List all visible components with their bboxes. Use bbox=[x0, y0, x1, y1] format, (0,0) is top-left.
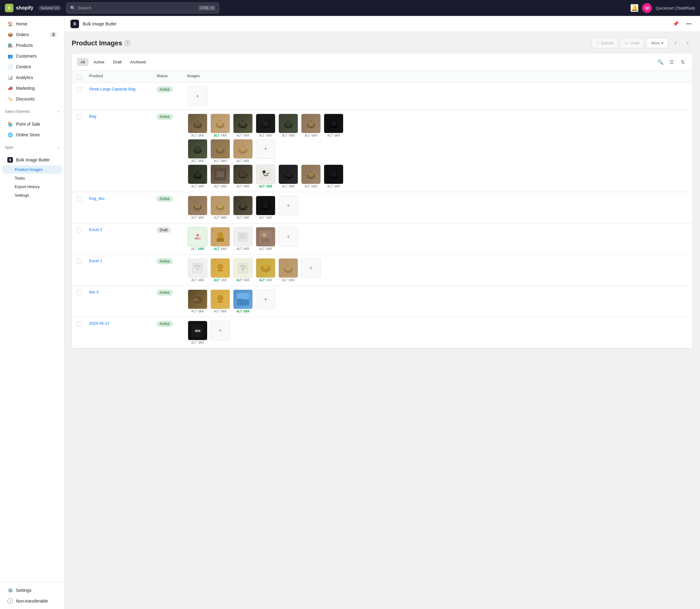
img-box[interactable] bbox=[210, 290, 230, 309]
row-checkbox-bag[interactable] bbox=[77, 114, 82, 119]
sidebar-item-orders[interactable]: 📦 Orders 2 bbox=[2, 30, 62, 40]
img-box[interactable]: – bbox=[233, 196, 253, 215]
img-box[interactable] bbox=[210, 258, 230, 278]
img-box[interactable] bbox=[188, 114, 207, 133]
product-link-excel2[interactable]: Excel 2 bbox=[89, 227, 102, 232]
tab-draft[interactable]: Draft bbox=[109, 58, 125, 66]
tab-active[interactable]: Active bbox=[90, 58, 108, 66]
tab-all[interactable]: All bbox=[77, 58, 89, 66]
shopify-logo[interactable]: S shopify bbox=[5, 4, 33, 12]
undo-button[interactable]: ↩ Undo bbox=[620, 38, 644, 48]
sidebar-item-marketing[interactable]: 📣 Marketing bbox=[2, 83, 62, 93]
img-box[interactable] bbox=[256, 227, 275, 247]
search-bar[interactable]: 🔍 CTRL K bbox=[66, 2, 219, 14]
img-box[interactable] bbox=[324, 164, 344, 184]
img-box[interactable] bbox=[301, 164, 321, 184]
img-box[interactable] bbox=[278, 258, 298, 278]
row-checkbox-2024[interactable] bbox=[77, 321, 82, 326]
row-checkbox-fish5[interactable] bbox=[77, 290, 82, 295]
sidebar-item-products[interactable]: 🛍️ Products bbox=[2, 40, 62, 51]
img-box[interactable] bbox=[278, 114, 298, 133]
prev-button[interactable]: ‹ bbox=[670, 38, 680, 48]
sort-button[interactable]: ⇅ bbox=[678, 57, 687, 67]
img-box[interactable] bbox=[188, 164, 207, 184]
product-link-bag[interactable]: Bag bbox=[89, 114, 96, 119]
img-box[interactable]: 试测图片 bbox=[188, 227, 207, 247]
col-images: Images bbox=[187, 74, 687, 79]
sidebar-item-home[interactable]: 🏠 Home bbox=[2, 19, 62, 29]
sidebar-item-content[interactable]: 📄 Content bbox=[2, 62, 62, 72]
submit-button[interactable]: ✓ Submit bbox=[592, 38, 618, 48]
img-box[interactable] bbox=[256, 164, 275, 184]
pin-button[interactable]: 📌 bbox=[670, 20, 681, 28]
img-box[interactable]: 3 Units+3 bbox=[233, 258, 253, 278]
sidebar-subitem-tasks[interactable]: Tasks bbox=[2, 174, 62, 182]
filter-button[interactable]: ☰ bbox=[667, 57, 677, 67]
svg-rect-35 bbox=[195, 204, 200, 208]
add-image-box[interactable]: + bbox=[256, 139, 275, 159]
img-box[interactable] bbox=[301, 114, 321, 133]
sidebar-item-settings[interactable]: ⚙️ Settings bbox=[2, 585, 62, 595]
search-input[interactable] bbox=[78, 5, 196, 11]
img-box[interactable] bbox=[233, 164, 253, 184]
more-options-button[interactable]: ••• bbox=[684, 20, 694, 28]
sidebar-item-non-transferable[interactable]: i Non-transferable bbox=[2, 596, 62, 606]
row-checkbox-straw-bag[interactable] bbox=[77, 87, 82, 92]
product-link-straw-bag[interactable]: Straw Large Capacity Bag bbox=[89, 87, 135, 91]
sidebar-item-customers[interactable]: 👥 Customers bbox=[2, 51, 62, 61]
more-button[interactable]: More ▾ bbox=[646, 38, 668, 48]
img-box[interactable]: 404 bbox=[188, 321, 207, 340]
search-toggle-button[interactable]: 🔍 bbox=[655, 57, 665, 67]
row-checkbox-excel1[interactable] bbox=[77, 259, 82, 264]
add-image-box[interactable]: + bbox=[210, 321, 230, 340]
img-box[interactable] bbox=[210, 227, 230, 247]
img-box[interactable] bbox=[256, 114, 275, 133]
notifications-button[interactable]: 🔔 bbox=[630, 4, 638, 12]
user-label[interactable]: Quickstart (7bdd85a9) bbox=[655, 6, 695, 11]
sidebar-item-bulk-image-butler[interactable]: B Bulk Image Butler bbox=[2, 155, 62, 165]
img-thumb: ALTVAR bbox=[232, 290, 253, 313]
sidebar-subitem-export-history[interactable]: Export History bbox=[2, 182, 62, 191]
row-checkbox-excel2[interactable] bbox=[77, 228, 82, 232]
img-box[interactable] bbox=[188, 196, 207, 215]
sidebar-item-online-store[interactable]: 🌐 Online Store bbox=[2, 129, 62, 140]
img-box[interactable] bbox=[210, 139, 230, 159]
img-box[interactable] bbox=[324, 114, 344, 133]
tab-archived[interactable]: Archived bbox=[126, 58, 150, 66]
sales-channels-expand-icon[interactable]: › bbox=[58, 109, 59, 114]
sidebar-subitem-settings[interactable]: Settings bbox=[2, 191, 62, 199]
select-all-checkbox[interactable] bbox=[77, 74, 89, 79]
img-box[interactable] bbox=[278, 164, 298, 184]
img-box[interactable] bbox=[188, 139, 207, 159]
add-image-box[interactable]: + bbox=[256, 290, 275, 309]
product-link-fish5[interactable]: fish 5 bbox=[89, 290, 99, 294]
img-box[interactable] bbox=[188, 290, 207, 309]
img-box[interactable] bbox=[256, 258, 275, 278]
add-image-box[interactable]: + bbox=[278, 227, 298, 247]
next-button[interactable]: › bbox=[683, 38, 693, 48]
img-box[interactable] bbox=[233, 290, 253, 309]
img-box[interactable] bbox=[233, 227, 253, 247]
img-box[interactable] bbox=[210, 114, 230, 133]
row-checkbox-frog[interactable] bbox=[77, 196, 82, 201]
img-box[interactable] bbox=[256, 196, 275, 215]
add-image-box[interactable]: + bbox=[301, 258, 321, 278]
product-link-excel1[interactable]: Excel 1 bbox=[89, 259, 102, 263]
img-box[interactable] bbox=[210, 164, 230, 184]
apps-expand-icon[interactable]: › bbox=[58, 145, 59, 150]
sidebar-item-discounts[interactable]: 🏷️ Discounts bbox=[2, 94, 62, 104]
add-image-box[interactable]: + bbox=[278, 196, 298, 215]
avatar[interactable]: QI bbox=[642, 3, 652, 13]
sidebar-item-analytics[interactable]: 📊 Analytics bbox=[2, 72, 62, 83]
img-box[interactable]: 2 Units+1 bbox=[188, 258, 207, 278]
product-link-2024[interactable]: 2024-05-17 bbox=[89, 321, 110, 326]
product-link-frog[interactable]: frog_sku bbox=[89, 196, 104, 201]
add-image-box-straw[interactable]: + bbox=[188, 86, 207, 106]
img-box[interactable] bbox=[233, 114, 253, 133]
help-icon[interactable]: ? bbox=[125, 40, 130, 46]
sidebar-item-pos[interactable]: 🏪 Point of Sale bbox=[2, 119, 62, 129]
img-box[interactable] bbox=[210, 196, 230, 215]
sidebar-subitem-product-images[interactable]: Product Images bbox=[2, 166, 62, 174]
svg-point-69 bbox=[217, 295, 223, 301]
img-box[interactable] bbox=[233, 139, 253, 159]
